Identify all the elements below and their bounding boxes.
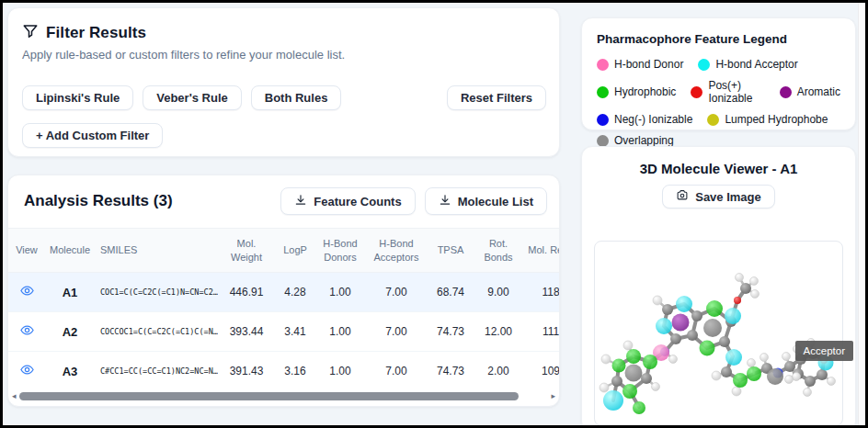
feature-counts-label: Feature Counts [314, 195, 401, 208]
mol-refract-value: 109.8 [523, 352, 559, 387]
view-molecule-button[interactable] [19, 363, 35, 377]
results-table: View Molecule SMILES Mol. Weight LogP H-… [8, 228, 559, 386]
smiles-value: COC1=C(C=C2C(=C1)N=CN=C2… [95, 273, 218, 312]
hbd-value: 1.00 [315, 273, 365, 312]
col-smiles: SMILES [95, 229, 218, 273]
smiles-value: COCCOC1=C(C=C2C(=C1)C(=N… [95, 312, 218, 352]
molecule-list-label: Molecule List [458, 195, 533, 208]
col-mol-refract: Mol. Refract [523, 229, 559, 273]
rot-bonds-value: 12.00 [474, 312, 523, 352]
view-molecule-button[interactable] [19, 284, 35, 298]
horizontal-scrollbar[interactable]: ◂ ▸ [12, 390, 555, 401]
download-icon [439, 194, 451, 209]
hbd-value: 1.00 [315, 312, 365, 352]
logp-value: 3.41 [275, 312, 315, 352]
download-molecule-list-button[interactable]: Molecule List [425, 187, 547, 215]
legend-item-hydrophobic: Hydrophobic [597, 79, 676, 105]
legend-item-lumped-hydrophobe: Lumped Hydrophobe [707, 113, 828, 126]
reset-filters-button[interactable]: Reset Filters [447, 85, 546, 110]
legend-item-aromatic: Aromatic [780, 79, 840, 105]
page-scrollbar[interactable] [858, 3, 865, 425]
scrollbar-thumb[interactable] [19, 392, 520, 400]
download-icon [294, 194, 307, 209]
legend-item-neg-ionizable: Neg(-) Ionizable [597, 113, 692, 126]
donor-dot-icon [597, 59, 609, 71]
molecule-viewer-panel: 3D Molecule Viewer - A1 Save Image [581, 146, 856, 428]
col-hbond-acceptors: H-Bond Acceptors [365, 229, 428, 273]
tpsa-value: 74.73 [428, 352, 474, 387]
molecule-id: A3 [45, 352, 95, 387]
viewer-title: 3D Molecule Viewer - A1 [582, 161, 855, 176]
molecule-id: A2 [45, 312, 95, 352]
camera-icon [676, 189, 689, 204]
molecule-row-a3[interactable]: A3 C#CC1=CC(=CC=C1)NC2=NC=N… 391.43 3.16… [8, 352, 559, 387]
app-window: Filter Results Apply rule-based or custo… [0, 0, 868, 428]
both-rules-button[interactable]: Both Rules [251, 85, 342, 110]
overlapping-dot-icon [597, 135, 609, 147]
col-mol-weight: Mol. Weight [218, 229, 275, 273]
legend-item-overlapping: Overlapping [597, 134, 674, 147]
legend-item-hbond-donor: H-bond Donor [597, 58, 683, 71]
analysis-results-panel: Analysis Results (3) Feature Counts Mole… [7, 175, 560, 407]
hba-value: 7.00 [365, 352, 428, 387]
col-tpsa: TPSA [428, 229, 474, 273]
molecule-id: A1 [45, 273, 95, 312]
tpsa-value: 74.73 [428, 312, 474, 352]
mol-weight-value: 446.91 [218, 273, 275, 312]
legend-title: Pharmacophore Feature Legend [597, 32, 840, 46]
hba-value: 7.00 [365, 273, 428, 312]
acceptor-dot-icon [698, 59, 710, 71]
col-logp: LogP [275, 229, 315, 273]
scroll-right-arrow-icon[interactable]: ▸ [551, 392, 555, 400]
aromatic-dot-icon [780, 86, 792, 98]
legend-item-pos-ionizable: Pos(+) Ionizable [691, 79, 764, 105]
mol-weight-value: 391.43 [218, 352, 275, 387]
molecule-viewport[interactable] [594, 241, 843, 426]
smiles-value: C#CC1=CC(=CC=C1)NC2=NC=N… [95, 352, 218, 387]
molecule-row-a2[interactable]: A2 COCCOC1=C(C=C2C(=C1)C(=N… 393.44 3.41… [8, 312, 559, 352]
col-hbond-donors: H-Bond Donors [315, 229, 365, 273]
hba-value: 7.00 [365, 312, 428, 352]
analysis-results-title: Analysis Results (3) [24, 192, 173, 210]
pharmacophore-legend-panel: Pharmacophore Feature Legend H-bond Dono… [581, 17, 856, 130]
veber-rule-button[interactable]: Veber's Rule [143, 85, 242, 110]
scroll-left-arrow-icon[interactable]: ◂ [12, 392, 17, 400]
col-rot-bonds: Rot. Bonds [474, 229, 523, 273]
col-molecule: Molecule [45, 229, 95, 273]
rot-bonds-value: 9.00 [474, 273, 523, 312]
tpsa-value: 68.74 [428, 273, 474, 312]
feature-tooltip: Acceptor [795, 341, 853, 361]
logp-value: 3.16 [275, 352, 315, 387]
mol-weight-value: 393.44 [218, 312, 275, 352]
save-image-label: Save Image [695, 190, 761, 204]
molecule-row-a1[interactable]: A1 COC1=C(C=C2C(=C1)N=CN=C2… 446.91 4.28… [8, 273, 559, 312]
filter-panel-title: Filter Results [46, 24, 146, 42]
mol-refract-value: 111.9 [523, 312, 559, 352]
view-molecule-button[interactable] [19, 323, 35, 337]
pos-ionizable-dot-icon [691, 86, 702, 98]
add-custom-filter-button[interactable]: + Add Custom Filter [22, 123, 163, 148]
logp-value: 4.28 [275, 273, 315, 312]
lumped-hydrophobe-dot-icon [707, 114, 719, 126]
download-feature-counts-button[interactable]: Feature Counts [280, 187, 415, 215]
hbd-value: 1.00 [315, 352, 365, 387]
filter-panel-subtitle: Apply rule-based or custom filters to re… [22, 48, 545, 62]
filter-results-panel: Filter Results Apply rule-based or custo… [7, 7, 560, 157]
rot-bonds-value: 2.00 [474, 352, 523, 387]
legend-item-hbond-acceptor: H-bond Acceptor [698, 58, 797, 71]
save-image-button[interactable]: Save Image [662, 185, 775, 208]
neg-ionizable-dot-icon [597, 114, 609, 126]
mol-refract-value: 118.1 [523, 273, 559, 312]
filter-funnel-icon [22, 23, 39, 43]
hydrophobic-dot-icon [597, 86, 609, 98]
lipinski-rule-button[interactable]: Lipinski's Rule [22, 85, 133, 110]
table-header-row: View Molecule SMILES Mol. Weight LogP H-… [8, 229, 559, 273]
col-view: View [8, 229, 45, 273]
